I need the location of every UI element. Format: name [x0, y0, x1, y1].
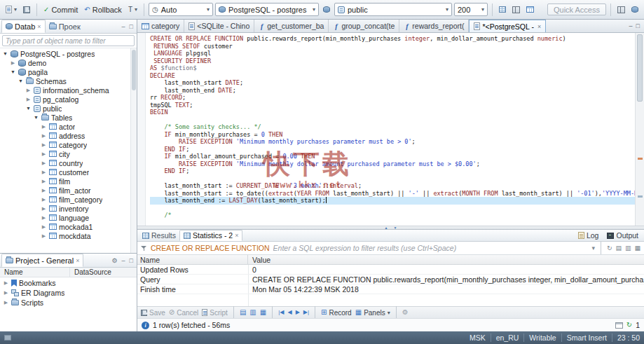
expand-arrow-icon[interactable]: ▶ [41, 197, 47, 202]
tree-item[interactable]: ▶demo [0, 58, 137, 67]
close-icon[interactable]: × [76, 257, 79, 264]
column-header-name[interactable]: Name [137, 255, 248, 264]
tree-item[interactable]: ▶actor [0, 122, 137, 131]
code-line[interactable] [150, 116, 635, 124]
last-row-button[interactable]: ▶| [303, 310, 309, 315]
schema-combo[interactable]: public ▾ [334, 3, 452, 16]
dbeaver-perspective-button[interactable] [629, 3, 640, 17]
object-filter-input[interactable] [2, 35, 135, 46]
collapse-arrow-icon[interactable]: ▼ [25, 106, 32, 111]
table-row[interactable]: QueryCREATE OR REPLACE FUNCTION public.r… [137, 275, 644, 284]
tree-item[interactable]: ▶pg_catalog [0, 95, 137, 104]
tree-item[interactable]: ▶city [0, 149, 137, 158]
record-toggle-button[interactable]: ⊞ Record [321, 309, 352, 317]
code-line[interactable]: last_month_start := to_date((extract(YEA… [150, 190, 635, 198]
execute-script-button[interactable] [497, 3, 508, 17]
expand-arrow-icon[interactable]: ▶ [41, 215, 47, 221]
tab-projects[interactable]: Проек [46, 20, 84, 33]
tab-project-general[interactable]: Project - General × [1, 254, 83, 267]
tree-item[interactable]: ▶country [0, 158, 137, 167]
project-item[interactable]: ▶Scripts [0, 298, 137, 308]
editor-tab[interactable]: *<PostgreSQL -× [469, 20, 546, 32]
save-result-button[interactable]: Save [141, 309, 165, 317]
tree-item[interactable]: ▼PostgreSQL - postgres [0, 49, 137, 58]
table-row[interactable]: Finish timeMon Mar 05 14:22:39 MSK 2018 [137, 284, 644, 294]
tab-statistics[interactable]: Statistics - 2 × [179, 230, 242, 241]
tree-item[interactable]: ▶category [0, 140, 137, 149]
maximize-button[interactable]: □ [636, 22, 640, 29]
tree-item[interactable]: ▶language [0, 213, 137, 222]
column-header-value[interactable]: Value [248, 255, 644, 264]
expand-arrow-icon[interactable]: ▶ [10, 60, 16, 66]
expand-arrow-icon[interactable]: ▶ [41, 188, 47, 193]
tree-item[interactable]: ▶inventory [0, 204, 137, 213]
script-button[interactable]: Script [202, 309, 228, 317]
code-line[interactable]: IF min_dollar_amount_purchased = 0.00 TH… [150, 153, 635, 160]
scrollbar-thumb[interactable] [132, 50, 136, 90]
tree-item[interactable]: ▶mockada1 [0, 222, 137, 231]
previous-row-button[interactable]: ◀ [287, 310, 292, 315]
project-item[interactable]: ▶Bookmarks [0, 278, 137, 288]
fetch-size-combo[interactable]: 200 ▾ [454, 3, 488, 16]
next-row-button[interactable]: ▶ [296, 310, 300, 315]
editor-tab[interactable]: category [137, 20, 184, 32]
collapse-arrow-icon[interactable]: ▼ [18, 78, 24, 83]
close-icon[interactable]: × [37, 23, 41, 30]
collapse-arrow-icon[interactable]: ▼ [2, 51, 8, 56]
expand-arrow-icon[interactable]: ▶ [41, 151, 47, 157]
panels-button[interactable]: ▦ Panels ▾ [355, 309, 390, 317]
code-line[interactable]: CREATE OR REPLACE FUNCTION public.reward… [150, 35, 635, 43]
code-line[interactable]: END IF; [150, 146, 635, 153]
minimize-button[interactable]: – [629, 22, 633, 29]
explain-plan-button[interactable] [510, 3, 522, 17]
code-line[interactable]: last_month_start DATE; [150, 79, 635, 87]
filter-input[interactable]: Enter a SQL expression to filter results… [273, 244, 589, 252]
tree-item[interactable]: ▼pagila [0, 67, 137, 76]
expand-arrow-icon[interactable]: ▶ [41, 224, 47, 230]
editor-tab[interactable]: <SQLite - Chino [184, 20, 254, 32]
grid-view-button[interactable]: ▤ [240, 309, 246, 316]
timezone-indicator[interactable]: MSK [470, 333, 486, 342]
transaction-log-button[interactable]: T ▾ [126, 3, 139, 17]
tree-item[interactable]: ▶mockdata [0, 231, 137, 240]
collapse-arrow-icon[interactable]: ▼ [33, 115, 39, 120]
save-button[interactable] [21, 3, 32, 17]
code-line[interactable] [150, 205, 635, 212]
code-line[interactable]: BEGIN [150, 109, 635, 116]
code-line[interactable] [150, 175, 635, 183]
gear-icon[interactable]: ⚙ [109, 257, 119, 264]
tree-item[interactable]: ▶film_category [0, 195, 137, 204]
maximize-button[interactable]: □ [128, 23, 135, 30]
code-line[interactable]: rr RECORD; [150, 94, 635, 102]
editor-scrollbar[interactable] [635, 33, 644, 226]
log-button[interactable]: Log [574, 231, 603, 240]
project-item[interactable]: ▶ER Diagrams [0, 288, 137, 298]
column-header-name[interactable]: Name [0, 268, 70, 277]
code-line[interactable]: last_month_end := LAST_DAY(last_month_st… [150, 197, 635, 205]
editor-tab[interactable]: rewards_report( [399, 20, 469, 32]
tab-results[interactable]: Results [139, 230, 179, 241]
editor-tab[interactable]: get_customer_ba [254, 20, 329, 32]
code-viewport[interactable]: CREATE OR REPLACE FUNCTION public.reward… [146, 33, 635, 226]
minimize-button[interactable]: – [120, 23, 128, 30]
expand-arrow-icon[interactable]: ▶ [41, 124, 47, 130]
tree-item[interactable]: ▶address [0, 131, 137, 140]
close-icon[interactable]: × [537, 23, 541, 30]
code-line[interactable]: last_month_start := CURRENT_DATE - '3 mo… [150, 182, 635, 190]
code-line[interactable]: LANGUAGE plpgsql [150, 50, 635, 57]
expand-arrow-icon[interactable]: ▶ [41, 133, 47, 139]
collapse-arrow-icon[interactable]: ▼ [10, 69, 16, 74]
code-line[interactable]: SECURITY DEFINER [150, 57, 635, 65]
filter-save-icon[interactable]: ▤ [615, 245, 622, 252]
expand-up-icon[interactable]: ▲ [385, 226, 388, 230]
scrollbar-thumb[interactable] [637, 34, 643, 102]
expand-arrow-icon[interactable]: ▶ [41, 160, 47, 166]
expand-arrow-icon[interactable]: ▶ [25, 88, 32, 93]
tab-database-navigator[interactable]: Datab × [1, 20, 46, 33]
tree-item[interactable]: ▶film_actor [0, 186, 137, 195]
code-line[interactable]: /* Some sanity checks... */ [150, 123, 635, 131]
filter-history-icon[interactable]: ▥ [625, 245, 631, 252]
tree-item[interactable]: ▼Schemas [0, 76, 137, 85]
expand-down-icon[interactable]: ▼ [394, 226, 397, 230]
expand-arrow-icon[interactable]: ▶ [41, 170, 47, 175]
